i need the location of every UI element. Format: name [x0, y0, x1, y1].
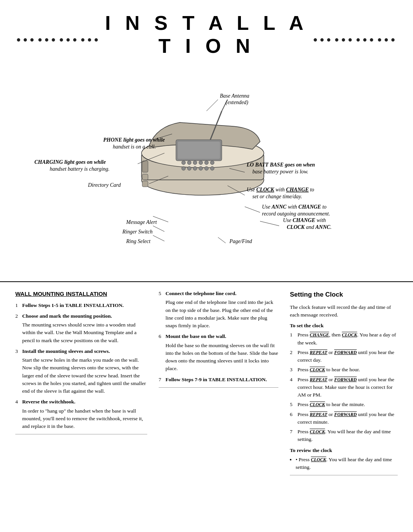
repeat-key-2: REPEAT [310, 377, 327, 382]
middle-step-5-title: Connect the telephone line cord. [166, 290, 237, 296]
middle-step-5: 5 Connect the telephone line cord. Plug … [159, 290, 278, 330]
clock-step-4: 4 Press REPEAT or FORWARD until you hear… [290, 376, 398, 399]
bottom-rule-right [290, 475, 398, 475]
svg-rect-1 [141, 153, 264, 180]
svg-text:handset is on a call.: handset is on a call. [113, 144, 156, 150]
middle-step-6: 6 Mount the base on the wall. Hold the b… [159, 333, 278, 372]
svg-line-51 [218, 237, 226, 243]
svg-text:CHARGING light goes on while: CHARGING light goes on while [34, 159, 106, 165]
svg-line-17 [210, 111, 222, 140]
wall-step-4-title: Reverse the switchhook. [22, 399, 75, 405]
to-set-label: To set the clock [290, 322, 398, 330]
clock-step-6: 6 Press REPEAT or FORWARD until you hear… [290, 411, 398, 426]
svg-line-49 [153, 235, 164, 241]
svg-point-15 [205, 166, 208, 170]
svg-point-9 [205, 161, 208, 165]
diagram-area: Base Antenna (extended) PHONE light goes… [0, 65, 413, 279]
wall-step-1: 1 Follow Steps 1-5 in TABLE INSTALLATION… [15, 302, 147, 309]
wall-mounting-section: WALL MOUNTING INSTALLATION 1 Follow Step… [15, 290, 147, 475]
svg-line-47 [153, 226, 164, 232]
middle-step-5-body: Plug one end of the telephone line cord … [166, 299, 278, 330]
dots-right: ………… [312, 23, 398, 46]
svg-rect-3 [176, 140, 222, 161]
svg-text:Directory Card: Directory Card [88, 182, 121, 188]
bottom-rule-mid [159, 387, 278, 388]
forward-key-2: FORWARD [334, 377, 357, 382]
wall-step-3: 3 Install the mounting sleeves and screw… [15, 348, 147, 395]
svg-point-0 [141, 165, 264, 195]
wall-step-3-title: Install the mounting sleeves and screws. [22, 348, 110, 354]
svg-text:PHONE light goes on while: PHONE light goes on while [103, 137, 165, 143]
repeat-key-3: REPEAT [310, 412, 327, 417]
svg-text:record outgoing announcement.: record outgoing announcement. [262, 211, 330, 217]
svg-line-22 [206, 100, 218, 111]
wall-step-2-title: Choose and mark the mounting position. [22, 313, 112, 319]
svg-rect-19 [142, 161, 148, 172]
bottom-content: WALL MOUNTING INSTALLATION 1 Follow Step… [0, 281, 413, 483]
clock-step-3: 3 Press CLOCK to hear the hour. [290, 366, 398, 374]
middle-step-7-title: Follow Steps 7-9 in TABLE INSTALLATION. [166, 377, 267, 382]
wall-step-2-body: The mounting screws should screw into a … [22, 321, 147, 344]
svg-point-11 [182, 166, 185, 170]
clock-set-list: 1 Press CHANGE, then CLOCK. You hear a d… [290, 331, 398, 443]
middle-step-6-body: Hold the base so the mounting sleeves on… [166, 342, 278, 373]
page: ………… I N S T A L L A T I O N ………… [0, 0, 413, 532]
svg-rect-20 [142, 174, 148, 180]
clock-key-2: CLOCK [310, 367, 325, 372]
svg-text:CLOCK and ANNC.: CLOCK and ANNC. [287, 224, 332, 230]
page-header: ………… I N S T A L L A T I O N ………… [0, 0, 413, 61]
diagram-svg: Base Antenna (extended) PHONE light goes… [0, 65, 413, 279]
svg-text:Use ANNC with CHANGE to: Use ANNC with CHANGE to [262, 204, 327, 210]
dots-left: ………… [15, 23, 101, 46]
svg-text:LO BATT BASE goes on when: LO BATT BASE goes on when [246, 162, 315, 168]
wall-step-3-body: Start the screw holes in the marks you m… [22, 356, 147, 395]
svg-text:Base Antenna: Base Antenna [220, 93, 249, 99]
wall-mounting-list: 1 Follow Steps 1-5 in TABLE INSTALLATION… [15, 302, 147, 431]
page-title: I N S T A L L A T I O N [101, 11, 312, 57]
to-review-label: To review the clock [290, 447, 398, 454]
svg-rect-21 [142, 181, 148, 187]
clock-step-5: 5 Press CLOCK to hear the minute. [290, 401, 398, 408]
svg-line-39 [245, 207, 260, 212]
svg-point-10 [210, 161, 214, 165]
svg-text:set or change time/day.: set or change time/day. [252, 194, 302, 199]
svg-text:Message Alert: Message Alert [126, 219, 157, 225]
svg-point-8 [199, 161, 203, 165]
forward-key-3: FORWARD [334, 412, 357, 417]
svg-text:handset battery is charging.: handset battery is charging. [50, 166, 110, 172]
svg-line-31 [229, 168, 245, 172]
svg-text:Ringer Switch: Ringer Switch [122, 229, 153, 235]
svg-text:Use CHANGE with: Use CHANGE with [283, 217, 326, 223]
svg-point-5 [182, 161, 185, 165]
svg-text:Page/Find: Page/Find [229, 238, 252, 244]
setting-clock-section: Setting the Clock The clock feature will… [290, 290, 398, 475]
svg-line-45 [153, 216, 168, 222]
middle-step-6-title: Mount the base on the wall. [166, 333, 226, 339]
svg-point-6 [187, 161, 191, 165]
svg-point-14 [199, 166, 203, 170]
clock-key-1: CLOCK [342, 332, 357, 338]
wall-step-1-title: Follow Steps 1-5 in TABLE INSTALLATION. [22, 302, 124, 308]
svg-text:Ring Select: Ring Select [126, 238, 151, 244]
wall-step-4-body: In order to "hang up" the handset when t… [22, 407, 147, 431]
svg-line-36 [228, 186, 245, 195]
clock-review-list: Press CLOCK. You will hear the day and t… [290, 456, 398, 472]
clock-intro: The clock feature will record the day an… [290, 304, 398, 319]
middle-step-7: 7 Follow Steps 7-9 in TABLE INSTALLATION… [159, 376, 278, 383]
setting-clock-title: Setting the Clock [290, 290, 398, 300]
wall-step-4: 4 Reverse the switchhook. In order to "h… [15, 398, 147, 430]
svg-text:(extended): (extended) [226, 100, 248, 106]
wall-mounting-title: WALL MOUNTING INSTALLATION [15, 290, 147, 299]
svg-text:Use CLOCK with CHANGE to: Use CLOCK with CHANGE to [247, 187, 314, 193]
change-key-1: CHANGE [310, 332, 329, 338]
svg-text:base battery power is low.: base battery power is low. [252, 169, 308, 175]
middle-steps-list: 5 Connect the telephone line cord. Plug … [159, 290, 278, 383]
clock-step-7: 7 Press CLOCK. You will hear the day and… [290, 428, 398, 444]
svg-rect-4 [178, 142, 220, 159]
svg-point-12 [187, 166, 191, 170]
forward-key-1: FORWARD [334, 350, 357, 355]
middle-steps-section: 5 Connect the telephone line cord. Plug … [159, 290, 278, 475]
svg-point-13 [193, 166, 197, 170]
repeat-key-1: REPEAT [310, 350, 327, 355]
wall-step-2: 2 Choose and mark the mounting position.… [15, 312, 147, 344]
